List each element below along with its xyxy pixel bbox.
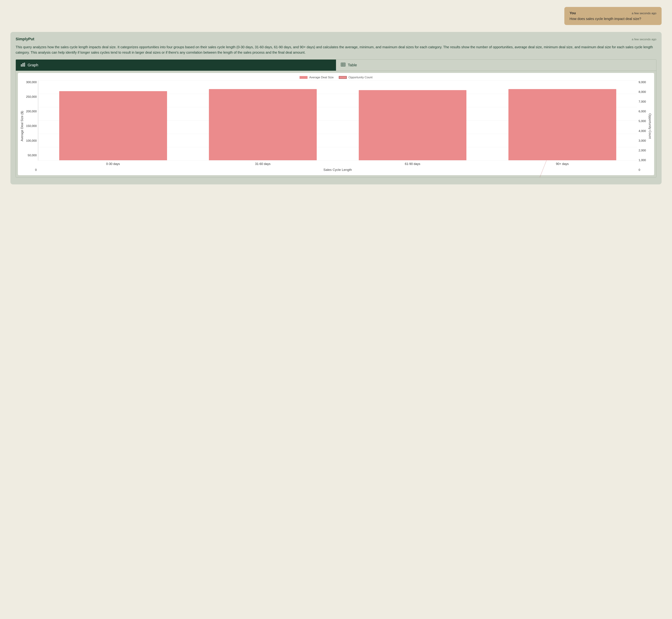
bot-author: SimplyPut	[16, 37, 35, 41]
svg-rect-2	[24, 63, 25, 66]
chart-bar	[359, 90, 467, 160]
y-tick-right: 2,000	[639, 149, 646, 152]
y-tick-right: 1,000	[639, 158, 646, 162]
y-ticks-right: 9,0008,0007,0006,0005,0004,0003,0002,000…	[637, 81, 647, 172]
user-timestamp: a few seconds ago	[632, 12, 656, 15]
y-tick-right: 5,000	[639, 120, 646, 123]
y-tick-right: 8,000	[639, 90, 646, 94]
bot-message: SimplyPut a few seconds ago This query a…	[10, 32, 662, 185]
chart-bar	[509, 89, 616, 160]
user-author: You	[569, 11, 576, 15]
tab-table[interactable]: Table	[336, 60, 656, 71]
y-tick-left: 50,000	[26, 154, 37, 157]
bot-text: This query analyzes how the sales cycle …	[16, 45, 656, 55]
svg-rect-0	[21, 65, 22, 66]
chart-bar	[59, 91, 167, 160]
legend-swatch-line	[339, 76, 347, 79]
tab-table-label: Table	[348, 63, 357, 67]
y-tick-left: 0	[26, 168, 37, 172]
y-axis-label-left: Average Deal Size ($)	[20, 81, 25, 172]
tab-graph[interactable]: Graph	[16, 60, 336, 71]
svg-rect-3	[341, 63, 345, 66]
user-message: You a few seconds ago How does sales cyc…	[564, 7, 662, 25]
user-text: How does sales cycle length impact deal …	[569, 17, 656, 21]
bot-timestamp: a few seconds ago	[632, 38, 656, 41]
svg-rect-1	[22, 64, 23, 66]
bar-chart-icon	[21, 63, 25, 68]
y-tick-left: 250,000	[26, 95, 37, 98]
legend-swatch-bar	[299, 76, 308, 79]
chart-bar	[209, 89, 317, 160]
y-tick-right: 0	[639, 168, 646, 172]
gridline	[38, 160, 637, 160]
y-tick-right: 3,000	[639, 139, 646, 143]
legend-label-bar: Average Deal Size	[309, 76, 334, 79]
chart-line	[113, 121, 562, 178]
y-tick-right: 9,000	[639, 81, 646, 84]
legend-item-line: Opportunity Count	[339, 76, 373, 79]
y-tick-left: 200,000	[26, 110, 37, 113]
y-tick-left: 150,000	[26, 124, 37, 128]
y-ticks-left: 300,000250,000200,000150,000100,00050,00…	[25, 81, 38, 172]
chart-tabs: Graph Table	[16, 60, 656, 71]
chart-area: Average Deal Size Opportunity Count Aver…	[18, 73, 654, 175]
legend-item-bar: Average Deal Size	[299, 76, 334, 79]
tab-graph-label: Graph	[27, 63, 38, 67]
y-tick-left: 100,000	[26, 139, 37, 143]
table-icon	[341, 63, 345, 68]
chart-card: Graph Table Average Deal Size	[16, 59, 656, 178]
legend-label-line: Opportunity Count	[348, 76, 373, 79]
y-tick-right: 7,000	[639, 100, 646, 104]
y-tick-left: 300,000	[26, 81, 37, 84]
plot-surface	[38, 81, 637, 160]
y-tick-right: 6,000	[639, 110, 646, 113]
y-tick-right: 4,000	[639, 129, 646, 133]
y-axis-label-right: Opportunity Count	[647, 81, 652, 172]
chart-legend: Average Deal Size Opportunity Count	[20, 76, 652, 79]
